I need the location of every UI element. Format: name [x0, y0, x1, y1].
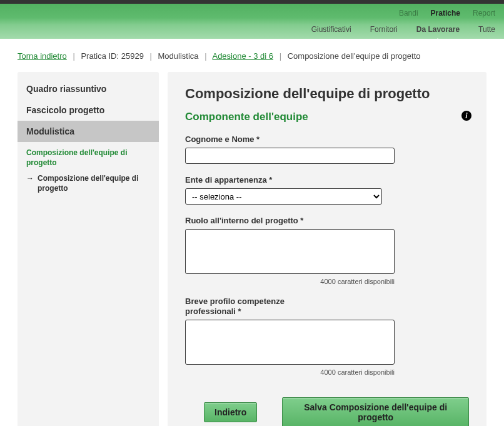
breadcrumb-back-link[interactable]: Torna indietro — [18, 51, 67, 61]
section-title: Componente dell'equipe — [185, 111, 469, 123]
textarea-profilo[interactable] — [185, 320, 395, 365]
tab-tutte[interactable]: Tutte — [478, 25, 495, 34]
select-ente-appartenenza[interactable]: -- seleziona -- — [185, 188, 382, 205]
breadcrumb: Torna indietro | Pratica ID: 25929 | Mod… — [18, 51, 486, 61]
button-indietro[interactable]: Indietro — [204, 402, 257, 422]
sidebar-sub-current-label: Composizione dell'equipe di progetto — [38, 174, 150, 193]
tabs-primary: Bandi Pratiche Report — [399, 9, 495, 18]
tab-pratiche[interactable]: Pratiche — [431, 9, 460, 18]
char-count-profilo: 4000 caratteri disponibili — [185, 368, 395, 376]
label-ente: Ente di appartenenza * — [185, 175, 469, 185]
tab-da-lavorare[interactable]: Da Lavorare — [416, 25, 460, 34]
sidebar-item-quadro[interactable]: Quadro riassuntivo — [18, 78, 159, 99]
button-salva[interactable]: Salva Composizione dell'equipe di proget… — [282, 397, 469, 426]
tab-fornitori[interactable]: Fornitori — [370, 25, 398, 34]
tab-report[interactable]: Report — [473, 9, 495, 18]
sidebar-item-modulistica[interactable]: Modulistica — [18, 121, 159, 142]
tab-bandi[interactable]: Bandi — [399, 9, 418, 18]
breadcrumb-adesione-link[interactable]: Adesione - 3 di 6 — [212, 51, 273, 61]
tabs-secondary: Giustificativi Fornitori Da Lavorare Tut… — [311, 25, 495, 34]
char-count-ruolo: 4000 caratteri disponibili — [185, 278, 395, 285]
sidebar-sub-current: → Composizione dell'equipe di progetto — [26, 174, 150, 193]
breadcrumb-current: Composizione dell'equipe di progetto — [288, 51, 421, 61]
sidebar-sub: Composizione dell'equipe di progetto → C… — [18, 142, 159, 193]
sidebar-sub-link-composizione[interactable]: Composizione dell'equipe di progetto — [26, 148, 150, 168]
button-row: Indietro Salva Composizione dell'equipe … — [185, 397, 469, 426]
arrow-right-icon: → — [26, 174, 34, 184]
breadcrumb-modulistica: Modulistica — [158, 51, 199, 61]
tab-giustificativi[interactable]: Giustificativi — [311, 25, 351, 34]
label-cognome: Cognome e Nome * — [185, 134, 469, 144]
textarea-ruolo[interactable] — [185, 229, 395, 274]
page-title: Composizione dell'equipe di progetto — [185, 86, 469, 102]
label-ruolo: Ruolo all'interno del progetto * — [185, 216, 469, 225]
label-profilo: Breve profilo competenze professionali * — [185, 297, 310, 316]
sidebar-item-fascicolo[interactable]: Fascicolo progetto — [18, 99, 159, 121]
input-cognome-nome[interactable] — [185, 148, 395, 164]
header-green-bar: Bandi Pratiche Report Giustificativi For… — [0, 4, 504, 39]
breadcrumb-pratica-id: Pratica ID: 25929 — [81, 51, 143, 61]
sidebar: Quadro riassuntivo Fascicolo progetto Mo… — [18, 72, 159, 426]
main-panel: Composizione dell'equipe di progetto Com… — [168, 72, 486, 426]
info-icon[interactable]: i — [461, 111, 471, 121]
